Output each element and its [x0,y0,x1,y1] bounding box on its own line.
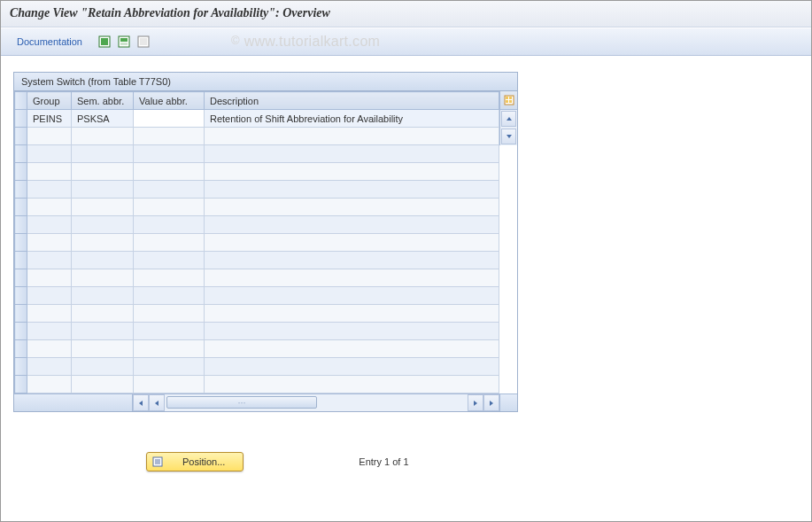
col-description[interactable]: Description [205,92,499,110]
svg-rect-9 [509,97,512,99]
table-row[interactable] [15,358,499,376]
panel-title: System Switch (from Table T77S0) [14,73,517,91]
table-row[interactable] [15,145,499,163]
row-selector-header[interactable] [15,92,27,110]
col-sem-abbr[interactable]: Sem. abbr. [72,92,134,110]
svg-rect-1 [101,38,108,45]
svg-rect-4 [120,43,128,45]
data-table: Group Sem. abbr. Value abbr. Description… [14,91,499,393]
select-all-icon[interactable] [97,34,112,50]
row-selector[interactable] [15,199,27,216]
row-selector[interactable] [15,163,27,181]
row-selector[interactable] [15,376,27,393]
row-selector[interactable] [15,110,27,128]
horizontal-scrollbar[interactable]: ··· [14,393,517,411]
row-selector[interactable] [15,128,27,145]
row-selector[interactable] [15,216,27,234]
vertical-scrollbar[interactable] [499,110,517,145]
position-icon [152,456,165,468]
content-area: System Switch (from Table T77S0) Group S… [1,56,811,480]
table-row[interactable] [15,287,499,305]
configure-columns-icon[interactable] [499,91,517,110]
entry-count: Entry 1 of 1 [359,456,408,467]
hscroll-thumb[interactable]: ··· [166,396,317,409]
row-selector[interactable] [15,145,27,163]
documentation-button[interactable]: Documentation [10,33,89,51]
svg-rect-11 [509,100,512,103]
cell-description[interactable]: Retention of Shift Abbreviation for Avai… [205,110,499,128]
table-row[interactable] [15,269,499,287]
row-selector[interactable] [15,252,27,269]
table-row[interactable] [15,252,499,269]
documentation-label: Documentation [17,36,82,47]
table-footer: Position... Entry 1 of 1 [146,452,799,471]
scroll-down-icon[interactable] [501,129,516,144]
table-row[interactable] [15,340,499,358]
table-row[interactable] [15,181,499,199]
scroll-left-first-icon[interactable] [133,394,149,411]
table-row[interactable] [15,128,499,145]
row-selector[interactable] [15,269,27,287]
select-block-icon[interactable] [116,34,132,50]
scroll-up-icon[interactable] [501,111,516,127]
row-selector[interactable] [15,340,27,358]
table-row[interactable] [15,376,499,393]
row-selector[interactable] [15,323,27,340]
col-group[interactable]: Group [27,92,72,110]
table-row[interactable] [15,199,499,216]
table-row[interactable] [15,305,499,323]
svg-rect-8 [506,97,508,99]
page-title: Change View "Retain Abbreviation for Ava… [10,6,330,19]
table-row[interactable]: PEINS PSKSA Retention of Shift Abbreviat… [15,110,499,128]
table-row[interactable] [15,163,499,181]
table-row[interactable] [15,323,499,340]
hscroll-spacer [14,394,133,411]
table-header-row: Group Sem. abbr. Value abbr. Description [15,92,499,110]
scroll-left-icon[interactable] [149,394,165,411]
table-row[interactable] [15,216,499,234]
col-value-abbr[interactable]: Value abbr. [134,92,205,110]
row-selector[interactable] [15,287,27,305]
cell-group[interactable]: PEINS [27,110,72,128]
svg-rect-10 [506,100,508,103]
table-row[interactable] [15,234,499,252]
table-panel: System Switch (from Table T77S0) Group S… [13,72,518,412]
application-toolbar: Documentation [1,27,811,56]
cell-sem-abbr[interactable]: PSKSA [72,110,134,128]
scroll-right-last-icon[interactable] [483,394,499,411]
cell-value-abbr[interactable] [134,110,205,128]
scroll-corner [499,394,517,411]
position-button[interactable]: Position... [146,452,244,471]
svg-rect-3 [120,38,128,42]
scroll-right-icon[interactable] [468,394,483,411]
row-selector[interactable] [15,181,27,199]
row-selector[interactable] [15,234,27,252]
svg-rect-6 [140,38,147,45]
deselect-all-icon[interactable] [135,34,151,50]
window-titlebar: Change View "Retain Abbreviation for Ava… [1,1,811,27]
position-label: Position... [182,456,225,467]
row-selector[interactable] [15,305,27,323]
row-selector[interactable] [15,358,27,376]
